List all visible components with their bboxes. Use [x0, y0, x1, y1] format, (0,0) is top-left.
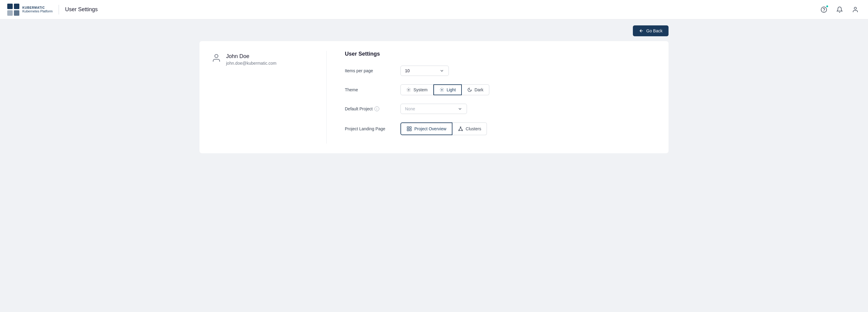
dark-theme-icon [467, 87, 472, 92]
project-landing-row: Project Landing Page Project Overview [345, 122, 656, 135]
theme-system-button[interactable]: System [400, 84, 433, 95]
items-per-page-select[interactable]: 10 [400, 66, 449, 76]
chevron-down-icon [439, 68, 444, 73]
theme-row: Theme System Light [345, 84, 656, 95]
items-per-page-value: 10 [405, 68, 410, 73]
theme-dark-button[interactable]: Dark [462, 84, 489, 95]
default-project-row: Default Project i None [345, 104, 656, 114]
svg-point-9 [408, 89, 409, 90]
panel-divider [327, 51, 327, 144]
system-theme-icon [406, 87, 411, 92]
items-per-page-row: Items per page 10 [345, 66, 656, 76]
default-project-info-icon: i [374, 106, 379, 111]
theme-button-group: System Light Dark [400, 84, 489, 95]
svg-point-6 [854, 7, 856, 9]
header-divider [59, 5, 59, 14]
page-title: User Settings [65, 6, 98, 13]
svg-rect-11 [407, 127, 409, 128]
svg-point-16 [459, 130, 459, 131]
user-avatar-icon [212, 53, 221, 63]
go-back-row: Go Back [199, 25, 669, 36]
user-name: John Doe [226, 53, 277, 60]
svg-point-8 [215, 55, 218, 58]
chevron-down-icon [458, 106, 462, 111]
svg-rect-13 [407, 129, 409, 131]
notifications-button[interactable] [834, 4, 845, 15]
svg-line-19 [461, 128, 462, 130]
user-icon [852, 6, 859, 13]
user-info: John Doe john.doe@kubermatic.com [226, 53, 277, 66]
support-button[interactable] [818, 4, 829, 15]
bell-icon [836, 6, 843, 13]
logo-text: KUBERMATIC Kubernetes Platform [22, 6, 53, 13]
light-theme-icon [439, 87, 444, 92]
main-content: Go Back John Doe john.doe@kubermatic.com… [192, 19, 676, 159]
settings-card: John Doe john.doe@kubermatic.com User Se… [199, 41, 669, 153]
svg-rect-14 [410, 129, 411, 131]
logo-brand: KUBERMATIC [22, 6, 53, 9]
svg-point-4 [821, 7, 827, 12]
header-actions [818, 4, 861, 15]
default-project-label: Default Project i [345, 106, 393, 111]
items-per-page-label: Items per page [345, 68, 393, 73]
logo: KUBERMATIC Kubernetes Platform [7, 4, 53, 16]
project-landing-label: Project Landing Page [345, 126, 393, 131]
svg-rect-0 [7, 4, 13, 9]
svg-rect-12 [410, 127, 411, 128]
svg-point-17 [462, 130, 463, 131]
settings-panel: User Settings Items per page 10 Theme [345, 51, 656, 144]
theme-light-button[interactable]: Light [433, 84, 462, 95]
arrow-left-icon [639, 28, 644, 33]
theme-dark-label: Dark [474, 87, 484, 92]
theme-system-label: System [413, 87, 428, 92]
landing-overview-label: Project Overview [414, 126, 446, 131]
go-back-button[interactable]: Go Back [633, 25, 669, 36]
grid-icon [406, 126, 412, 131]
settings-section-title: User Settings [345, 51, 656, 57]
logo-product: Kubernetes Platform [22, 9, 53, 13]
default-project-select[interactable]: None [400, 104, 467, 114]
kubermatic-logo-icon [7, 4, 19, 16]
notification-badge [826, 5, 829, 8]
svg-point-5 [824, 11, 824, 11]
landing-clusters-button[interactable]: Clusters [453, 122, 487, 135]
landing-button-group: Project Overview Clusters [400, 122, 487, 135]
theme-label: Theme [345, 87, 393, 92]
svg-point-10 [441, 89, 442, 90]
svg-rect-3 [14, 10, 19, 16]
svg-line-18 [459, 128, 461, 130]
landing-overview-button[interactable]: Project Overview [400, 122, 453, 135]
theme-light-label: Light [447, 87, 456, 92]
user-menu-button[interactable] [850, 4, 861, 15]
user-email: john.doe@kubermatic.com [226, 61, 277, 66]
svg-rect-1 [14, 4, 19, 9]
default-project-value: None [405, 106, 415, 111]
app-header: KUBERMATIC Kubernetes Platform User Sett… [0, 0, 868, 19]
landing-clusters-label: Clusters [466, 126, 481, 131]
svg-rect-2 [7, 10, 13, 16]
user-panel: John Doe john.doe@kubermatic.com [212, 51, 308, 144]
clusters-icon [458, 126, 463, 131]
svg-point-15 [460, 127, 461, 128]
